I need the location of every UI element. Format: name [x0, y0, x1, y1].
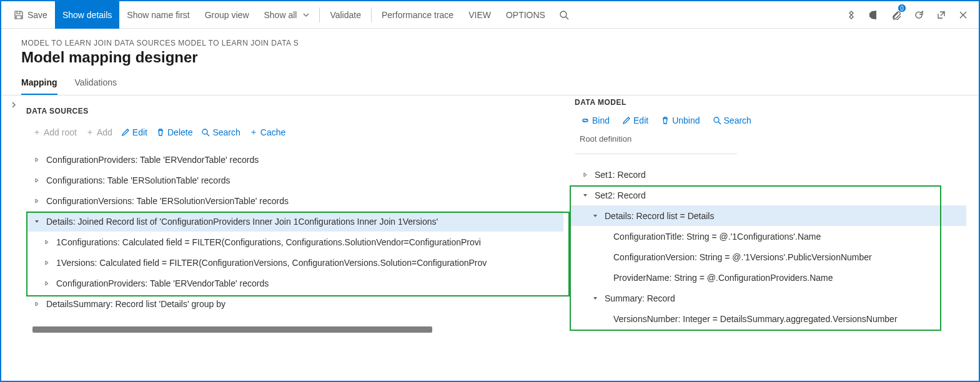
delete-button[interactable]: Delete	[156, 127, 192, 138]
caret-icon[interactable]	[42, 240, 51, 245]
tree-row[interactable]: Summary: Record	[570, 288, 966, 308]
svg-line-1	[566, 17, 568, 19]
tree-row[interactable]: ConfigurationProviders: Table 'ERVendorT…	[26, 149, 563, 170]
add-button[interactable]: ＋Add	[86, 127, 112, 138]
diamond-icon	[846, 10, 856, 20]
collapse-left-button[interactable]	[1, 96, 26, 333]
tree-row[interactable]: ConfigurationProviders: Table 'ERVendorT…	[26, 273, 563, 293]
caret-down-icon[interactable]	[32, 219, 41, 224]
caret-down-icon[interactable]	[591, 213, 600, 218]
toolbar: Save Show details Show name first Group …	[1, 1, 979, 29]
tab-validations[interactable]: Validations	[75, 77, 117, 95]
plus-icon: ＋	[86, 127, 94, 138]
search-icon	[559, 10, 569, 20]
caret-down-icon[interactable]	[591, 296, 600, 301]
diamond-button[interactable]	[840, 1, 863, 29]
dm-edit-button[interactable]: Edit	[622, 115, 648, 125]
separator	[371, 7, 372, 22]
trash-icon	[661, 116, 670, 125]
page-title: Model mapping designer	[21, 49, 959, 66]
chevron-right-icon	[11, 102, 17, 108]
show-details-button[interactable]: Show details	[55, 1, 119, 29]
svg-line-5	[718, 122, 721, 124]
show-name-first-label: Show name first	[127, 10, 189, 20]
save-label: Save	[27, 10, 47, 20]
bind-button[interactable]: Bind	[581, 115, 610, 125]
tree-row[interactable]: 1Configurations: Calculated field = FILT…	[26, 232, 563, 252]
show-name-first-button[interactable]: Show name first	[119, 1, 197, 29]
group-view-button[interactable]: Group view	[197, 1, 257, 29]
caret-icon[interactable]	[581, 172, 590, 177]
tree-row[interactable]: Details: Record list = Details	[570, 205, 966, 226]
tree-row[interactable]: Set2: Record	[570, 185, 966, 205]
caret-icon[interactable]	[32, 198, 41, 203]
popout-icon	[936, 10, 946, 20]
tree-row[interactable]: ConfigurationVersion: String = @.'1Versi…	[570, 247, 966, 267]
svg-point-2	[202, 129, 207, 134]
tree-row[interactable]: VersionsNumber: Integer = DetailsSummary…	[570, 308, 966, 329]
search-icon	[713, 116, 721, 125]
group-view-label: Group view	[205, 10, 249, 20]
root-definition-field[interactable]: Root definition	[575, 134, 737, 154]
office-button[interactable]	[863, 1, 885, 29]
edit-button[interactable]: Edit	[121, 127, 147, 138]
add-root-button[interactable]: ＋Add root	[32, 127, 77, 138]
save-icon	[14, 10, 24, 20]
breadcrumb: MODEL TO LEARN JOIN DATA SOURCES MODEL T…	[21, 39, 959, 47]
close-button[interactable]	[953, 1, 974, 29]
close-icon	[959, 11, 968, 19]
show-all-button[interactable]: Show all	[257, 1, 317, 29]
performance-trace-label: Performance trace	[382, 10, 453, 20]
popout-button[interactable]	[930, 1, 953, 29]
search-button[interactable]: Search	[201, 127, 240, 138]
search-button[interactable]	[553, 1, 575, 29]
caret-icon[interactable]	[32, 301, 41, 306]
refresh-icon	[914, 10, 924, 20]
tree-row[interactable]: Details: Joined Record list of 'Configur…	[26, 211, 563, 232]
tab-mapping[interactable]: Mapping	[21, 77, 57, 95]
tree-row[interactable]: ConfigurationVersions: Table 'ERSolution…	[26, 190, 563, 211]
caret-icon[interactable]	[32, 157, 41, 162]
search-icon	[201, 128, 210, 137]
pencil-icon	[121, 128, 130, 137]
performance-trace-button[interactable]: Performance trace	[374, 1, 461, 29]
show-all-label: Show all	[264, 10, 297, 20]
view-button[interactable]: VIEW	[461, 1, 498, 29]
tree-row[interactable]: Configurations: Table 'ERSolutionTable' …	[26, 170, 563, 190]
data-sources-header: DATA SOURCES	[26, 102, 563, 123]
data-model-tree: Set1: Record Set2: Record Details: Recor…	[570, 164, 966, 329]
options-label: OPTIONS	[506, 10, 545, 20]
caret-icon[interactable]	[32, 178, 41, 183]
link-icon	[581, 116, 590, 125]
tree-row[interactable]: ConfigurationTitle: String = @.'1Configu…	[570, 226, 966, 247]
tree-row[interactable]: Set1: Record	[570, 164, 966, 185]
refresh-button[interactable]	[908, 1, 930, 29]
cache-button[interactable]: ＋Cache	[249, 127, 285, 138]
pencil-icon	[622, 116, 631, 125]
header: MODEL TO LEARN JOIN DATA SOURCES MODEL T…	[1, 29, 979, 69]
tree-row[interactable]: 1Versions: Calculated field = FILTER(Con…	[26, 252, 563, 273]
office-icon	[869, 10, 879, 20]
caret-down-icon[interactable]	[581, 193, 590, 198]
caret-icon[interactable]	[42, 260, 51, 265]
validate-label: Validate	[330, 10, 361, 20]
svg-point-0	[560, 11, 567, 17]
options-button[interactable]: OPTIONS	[498, 1, 553, 29]
tree-row[interactable]: ProviderName: String = @.ConfigurationPr…	[570, 267, 966, 288]
validate-button[interactable]: Validate	[322, 1, 369, 29]
tree-row[interactable]: DetailsSummary: Record list 'Details' gr…	[26, 293, 563, 314]
dm-search-button[interactable]: Search	[713, 115, 751, 125]
save-button[interactable]: Save	[6, 1, 55, 29]
chevron-down-icon	[303, 12, 309, 18]
attach-button[interactable]: 0	[885, 1, 908, 29]
data-sources-tree: ConfigurationProviders: Table 'ERVendorT…	[26, 149, 563, 314]
plus-icon: ＋	[32, 127, 41, 138]
data-model-header: DATA MODEL	[570, 96, 966, 115]
show-details-label: Show details	[62, 10, 112, 20]
unbind-button[interactable]: Unbind	[661, 115, 700, 125]
attach-count: 0	[898, 4, 906, 12]
view-label: VIEW	[468, 10, 491, 20]
horizontal-scrollbar[interactable]	[32, 326, 432, 333]
trash-icon	[156, 128, 165, 137]
caret-icon[interactable]	[42, 281, 51, 286]
